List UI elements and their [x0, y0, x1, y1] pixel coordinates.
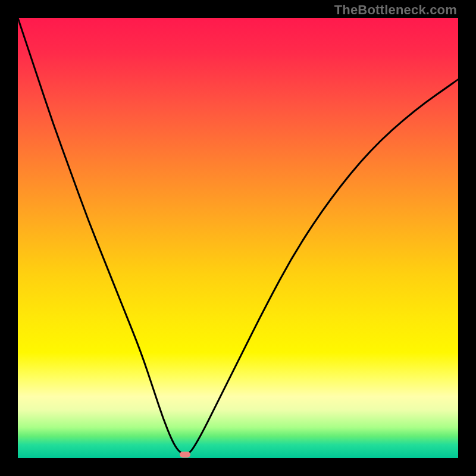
bottleneck-curve	[18, 18, 458, 458]
minimum-marker	[180, 452, 190, 458]
plot-area	[18, 18, 458, 458]
chart-frame: TheBottleneck.com	[0, 0, 476, 476]
watermark-text: TheBottleneck.com	[334, 2, 457, 18]
